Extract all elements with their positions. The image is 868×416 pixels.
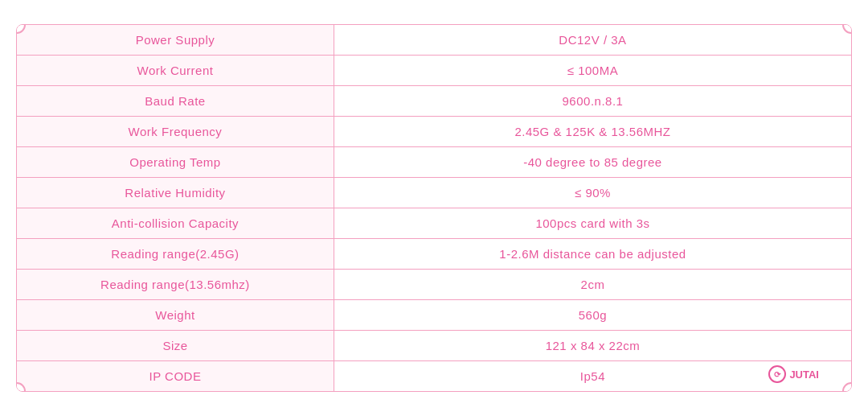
table-row: Baud Rate9600.n.8.1 xyxy=(17,86,851,117)
spec-value: 9600.n.8.1 xyxy=(334,86,851,117)
spec-value: 2.45G & 125K & 13.56MHZ xyxy=(334,117,851,147)
spec-label: Power Supply xyxy=(17,25,334,56)
spec-table-container: Power SupplyDC12V / 3AWork Current≤ 100M… xyxy=(16,24,852,392)
spec-label: Anti-collision Capacity xyxy=(17,208,334,239)
spec-label: Operating Temp xyxy=(17,147,334,178)
table-row: Operating Temp-40 degree to 85 degree xyxy=(17,147,851,178)
spec-label: Reading range(2.45G) xyxy=(17,239,334,270)
table-row: Reading range(2.45G)1-2.6M distance can … xyxy=(17,239,851,270)
page-wrapper: Power SupplyDC12V / 3AWork Current≤ 100M… xyxy=(0,0,868,416)
spec-value: DC12V / 3A xyxy=(334,25,851,56)
table-row: Weight560g xyxy=(17,300,851,331)
spec-table: Power SupplyDC12V / 3AWork Current≤ 100M… xyxy=(17,25,851,391)
spec-label: Work Frequency xyxy=(17,117,334,147)
spec-value: 560g xyxy=(334,300,851,331)
spec-value: 1-2.6M distance can be adjusted xyxy=(334,239,851,270)
spec-label: Relative Humidity xyxy=(17,178,334,208)
spec-value: 121 x 84 x 22cm xyxy=(334,331,851,361)
table-row: Work Current≤ 100MA xyxy=(17,56,851,86)
spec-value: 100pcs card with 3s xyxy=(334,208,851,239)
spec-value: Ip54 xyxy=(334,361,851,392)
spec-label: Reading range(13.56mhz) xyxy=(17,270,334,300)
spec-value: -40 degree to 85 degree xyxy=(334,147,851,178)
spec-label: IP CODE xyxy=(17,361,334,392)
spec-label: Size xyxy=(17,331,334,361)
table-row: Work Frequency2.45G & 125K & 13.56MHZ xyxy=(17,117,851,147)
table-row: Anti-collision Capacity100pcs card with … xyxy=(17,208,851,239)
table-row: Reading range(13.56mhz)2cm xyxy=(17,270,851,300)
spec-label: Weight xyxy=(17,300,334,331)
spec-label: Baud Rate xyxy=(17,86,334,117)
spec-value: ≤ 90% xyxy=(334,178,851,208)
table-row: Size121 x 84 x 22cm xyxy=(17,331,851,361)
spec-label: Work Current xyxy=(17,56,334,86)
table-row: Relative Humidity≤ 90% xyxy=(17,178,851,208)
table-row: IP CODEIp54 xyxy=(17,361,851,392)
spec-value: ≤ 100MA xyxy=(334,56,851,86)
table-row: Power SupplyDC12V / 3A xyxy=(17,25,851,56)
spec-value: 2cm xyxy=(334,270,851,300)
